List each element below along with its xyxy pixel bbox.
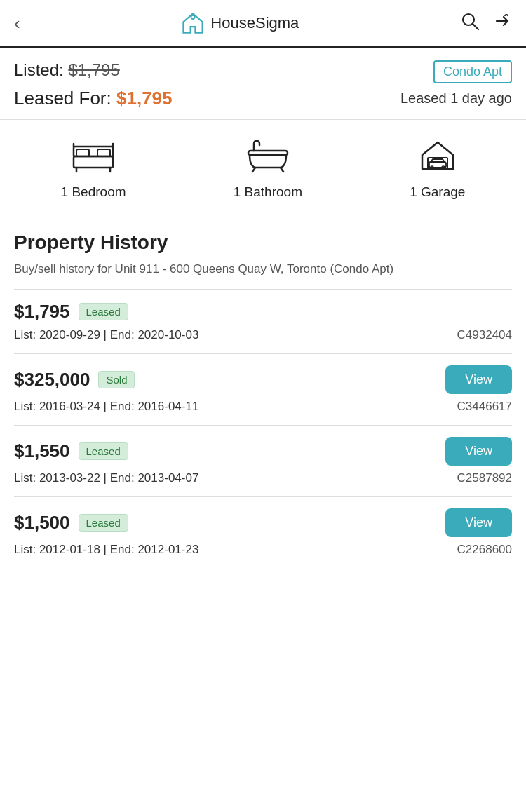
history-price-0: $1,795	[14, 301, 70, 323]
garage-icon	[415, 137, 460, 177]
svg-rect-11	[248, 151, 288, 155]
search-icon[interactable]	[460, 11, 480, 35]
history-price-1: $325,000	[14, 369, 90, 391]
back-button[interactable]: ‹	[14, 13, 20, 34]
svg-line-12	[252, 168, 255, 172]
leased-for: Leased For: $1,795	[14, 88, 173, 109]
app-logo-icon	[181, 11, 205, 35]
history-dates-3: List: 2012-01-18 | End: 2012-01-23	[14, 543, 198, 557]
svg-line-13	[281, 168, 283, 172]
status-badge-1: Sold	[98, 371, 135, 388]
bed-icon	[71, 137, 116, 177]
history-row-bottom-2: List: 2013-03-22 | End: 2013-04-07 C2587…	[14, 471, 512, 485]
bath-icon	[245, 137, 290, 177]
feature-garage: 1 Garage	[410, 137, 465, 200]
history-price-3: $1,500	[14, 512, 70, 534]
status-badge-2: Leased	[79, 442, 128, 460]
history-price-2: $1,550	[14, 440, 70, 462]
history-title: Property History	[14, 231, 512, 254]
price-row-top: Listed: $1,795 Condo Apt	[14, 60, 512, 83]
svg-line-2	[473, 24, 478, 29]
leased-ago: Leased 1 day ago	[400, 90, 512, 107]
svg-rect-3	[74, 156, 113, 168]
history-item-2: $1,550 Leased View List: 2013-03-22 | En…	[14, 425, 512, 496]
history-row-top-0: $1,795 Leased	[14, 301, 512, 323]
price-status-2: $1,550 Leased	[14, 440, 128, 462]
nav-bar: ‹ HouseSigma	[0, 0, 526, 48]
history-row-top-1: $325,000 Sold View	[14, 365, 512, 394]
svg-rect-4	[74, 147, 113, 156]
history-item-0: $1,795 Leased List: 2020-09-29 | End: 20…	[14, 289, 512, 353]
history-row-bottom-1: List: 2016-03-24 | End: 2016-04-11 C3446…	[14, 400, 512, 414]
view-button-1[interactable]: View	[445, 365, 512, 394]
history-dates-2: List: 2013-03-22 | End: 2013-04-07	[14, 471, 198, 485]
bedroom-label: 1 Bedroom	[61, 184, 126, 200]
history-id-0: C4932404	[457, 328, 512, 342]
listed-label-price: Listed: $1,795	[14, 60, 120, 80]
history-row-top-2: $1,550 Leased View	[14, 437, 512, 466]
view-button-2[interactable]: View	[445, 437, 512, 466]
nav-actions	[460, 11, 512, 35]
history-row-top-3: $1,500 Leased View	[14, 508, 512, 537]
price-status-1: $325,000 Sold	[14, 369, 135, 391]
status-badge-3: Leased	[79, 514, 128, 532]
listed-label: Listed:	[14, 60, 64, 79]
history-item-1: $325,000 Sold View List: 2016-03-24 | En…	[14, 353, 512, 425]
share-icon[interactable]	[492, 11, 512, 35]
history-dates-1: List: 2016-03-24 | End: 2016-04-11	[14, 400, 198, 414]
listed-price: $1,795	[68, 60, 119, 79]
price-row-bottom: Leased For: $1,795 Leased 1 day ago	[14, 88, 512, 109]
price-status-0: $1,795 Leased	[14, 301, 128, 323]
history-row-bottom-3: List: 2012-01-18 | End: 2012-01-23 C2268…	[14, 543, 512, 557]
bathroom-label: 1 Bathroom	[234, 184, 302, 200]
history-dates-0: List: 2020-09-29 | End: 2020-10-03	[14, 328, 198, 342]
view-button-3[interactable]: View	[445, 508, 512, 537]
garage-label: 1 Garage	[410, 184, 465, 200]
app-logo-area: HouseSigma	[181, 11, 299, 35]
history-subtitle: Buy/sell history for Unit 911 - 600 Quee…	[14, 261, 512, 278]
leased-for-price: $1,795	[116, 88, 173, 109]
leased-for-label: Leased For:	[14, 88, 112, 109]
history-row-bottom-0: List: 2020-09-29 | End: 2020-10-03 C4932…	[14, 328, 512, 342]
status-badge-0: Leased	[79, 303, 128, 320]
history-id-3: C2268600	[457, 543, 512, 557]
history-list: $1,795 Leased List: 2020-09-29 | End: 20…	[14, 289, 512, 568]
history-id-1: C3446617	[457, 400, 512, 414]
app-name: HouseSigma	[210, 14, 299, 32]
history-item-3: $1,500 Leased View List: 2012-01-18 | En…	[14, 496, 512, 568]
price-section: Listed: $1,795 Condo Apt Leased For: $1,…	[0, 48, 526, 120]
condo-badge: Condo Apt	[433, 60, 512, 83]
feature-bedroom: 1 Bedroom	[61, 137, 126, 200]
property-history-section: Property History Buy/sell history for Un…	[0, 217, 526, 568]
features-section: 1 Bedroom 1 Bathroom	[0, 120, 526, 217]
price-status-3: $1,500 Leased	[14, 512, 128, 534]
feature-bathroom: 1 Bathroom	[234, 137, 302, 200]
svg-rect-6	[97, 149, 110, 156]
history-id-2: C2587892	[457, 471, 512, 485]
svg-rect-5	[76, 149, 89, 156]
svg-point-0	[191, 15, 195, 19]
